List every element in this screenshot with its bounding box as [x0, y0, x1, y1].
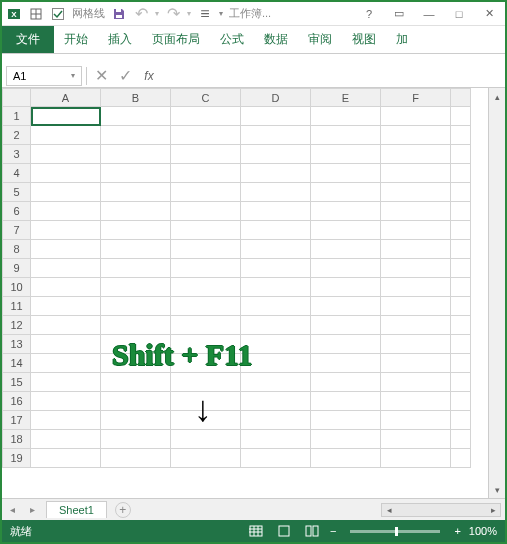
cell[interactable]	[241, 316, 311, 335]
cell[interactable]	[171, 297, 241, 316]
cell[interactable]	[31, 316, 101, 335]
zoom-in-button[interactable]: +	[454, 525, 460, 537]
cell[interactable]	[311, 126, 381, 145]
cell[interactable]	[31, 259, 101, 278]
cell[interactable]	[101, 221, 171, 240]
save-icon[interactable]	[111, 6, 127, 22]
cell[interactable]	[311, 297, 381, 316]
column-header[interactable]: F	[381, 89, 451, 107]
cell[interactable]	[31, 449, 101, 468]
cell[interactable]	[381, 373, 451, 392]
zoom-slider[interactable]	[350, 530, 440, 533]
cancel-icon[interactable]: ✕	[91, 66, 111, 86]
new-sheet-button[interactable]: +	[115, 502, 131, 518]
cell[interactable]	[101, 354, 171, 373]
cell[interactable]	[311, 183, 381, 202]
cell[interactable]	[241, 221, 311, 240]
cell[interactable]	[101, 411, 171, 430]
redo-icon[interactable]: ↷	[165, 6, 181, 22]
tab-formulas[interactable]: 公式	[210, 26, 254, 53]
cell[interactable]	[311, 164, 381, 183]
cell[interactable]	[311, 107, 381, 126]
cell[interactable]	[31, 392, 101, 411]
cell[interactable]	[311, 221, 381, 240]
row-header[interactable]: 7	[3, 221, 31, 240]
name-box[interactable]: A1 ▾	[6, 66, 82, 86]
cell[interactable]	[311, 240, 381, 259]
cell[interactable]	[171, 354, 241, 373]
scroll-right-icon[interactable]: ▸	[486, 504, 500, 516]
cell[interactable]	[31, 335, 101, 354]
fx-icon[interactable]: fx	[139, 66, 159, 86]
cell[interactable]	[31, 278, 101, 297]
cell[interactable]	[241, 373, 311, 392]
cell[interactable]	[31, 411, 101, 430]
redo-dropdown-icon[interactable]: ▾	[187, 9, 191, 18]
undo-dropdown-icon[interactable]: ▾	[155, 9, 159, 18]
view-page-layout-icon[interactable]	[274, 523, 294, 539]
cell[interactable]	[171, 107, 241, 126]
cell[interactable]	[101, 145, 171, 164]
row-header[interactable]: 5	[3, 183, 31, 202]
cell[interactable]	[241, 183, 311, 202]
cell[interactable]	[171, 335, 241, 354]
cell[interactable]	[311, 316, 381, 335]
cell[interactable]	[381, 126, 451, 145]
cell[interactable]	[101, 259, 171, 278]
cell[interactable]	[101, 164, 171, 183]
cell[interactable]	[171, 278, 241, 297]
cell[interactable]	[241, 240, 311, 259]
column-header[interactable]: E	[311, 89, 381, 107]
cell[interactable]	[31, 297, 101, 316]
cell[interactable]	[171, 259, 241, 278]
cell[interactable]	[31, 221, 101, 240]
cell[interactable]	[381, 107, 451, 126]
cell[interactable]	[311, 202, 381, 221]
cell[interactable]	[381, 202, 451, 221]
tab-file[interactable]: 文件	[2, 26, 54, 53]
column-header[interactable]: C	[171, 89, 241, 107]
cell[interactable]	[241, 430, 311, 449]
cell[interactable]	[101, 449, 171, 468]
cell[interactable]	[171, 449, 241, 468]
cell[interactable]	[101, 278, 171, 297]
cell[interactable]	[171, 373, 241, 392]
cell[interactable]	[31, 202, 101, 221]
row-header[interactable]: 8	[3, 240, 31, 259]
cell[interactable]	[171, 164, 241, 183]
cell[interactable]	[171, 145, 241, 164]
cell[interactable]	[241, 107, 311, 126]
cell[interactable]	[31, 354, 101, 373]
cell[interactable]	[381, 392, 451, 411]
cell[interactable]	[31, 240, 101, 259]
cell[interactable]	[31, 145, 101, 164]
ribbon-display-icon[interactable]: ▭	[387, 4, 411, 24]
row-header[interactable]: 10	[3, 278, 31, 297]
enter-icon[interactable]: ✓	[115, 66, 135, 86]
cell[interactable]	[241, 449, 311, 468]
cell[interactable]	[31, 430, 101, 449]
horizontal-scrollbar[interactable]: ◂ ▸	[381, 503, 501, 517]
grid-icon[interactable]	[28, 6, 44, 22]
cell[interactable]	[171, 126, 241, 145]
row-header[interactable]: 14	[3, 354, 31, 373]
row-header[interactable]: 6	[3, 202, 31, 221]
view-normal-icon[interactable]	[246, 523, 266, 539]
cell[interactable]	[171, 316, 241, 335]
select-all-corner[interactable]	[3, 89, 31, 107]
row-header[interactable]: 2	[3, 126, 31, 145]
cell[interactable]	[381, 316, 451, 335]
zoom-level[interactable]: 100%	[469, 525, 497, 537]
cell[interactable]	[381, 354, 451, 373]
cell[interactable]	[241, 145, 311, 164]
cell[interactable]	[381, 449, 451, 468]
tab-review[interactable]: 审阅	[298, 26, 342, 53]
minimize-icon[interactable]: —	[417, 4, 441, 24]
cell[interactable]	[171, 240, 241, 259]
row-header[interactable]: 1	[3, 107, 31, 126]
cell[interactable]	[31, 373, 101, 392]
cell[interactable]	[241, 202, 311, 221]
tab-home[interactable]: 开始	[54, 26, 98, 53]
row-header[interactable]: 9	[3, 259, 31, 278]
row-header[interactable]: 12	[3, 316, 31, 335]
